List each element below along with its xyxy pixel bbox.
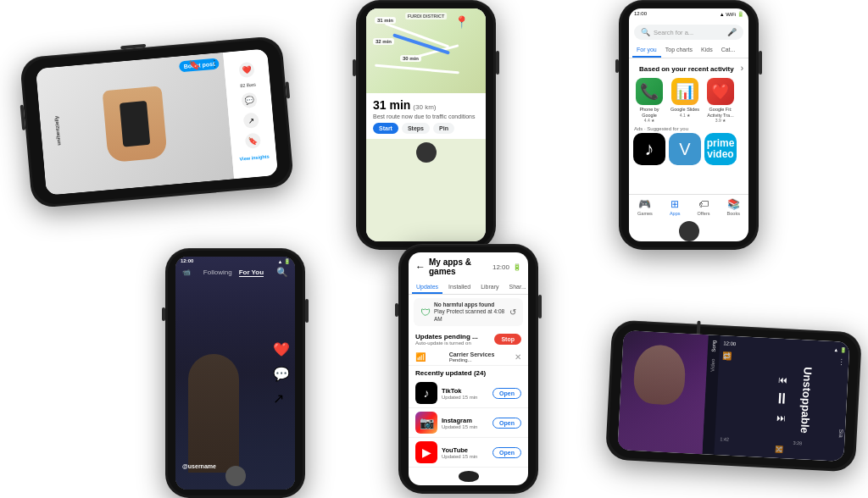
nav-games[interactable]: 🎮 Games	[637, 198, 653, 216]
heart-icon[interactable]: ❤️	[273, 340, 290, 357]
tab-video[interactable]: Video	[709, 359, 715, 373]
app-item-phone[interactable]: 📞 Phone by Google 4.4 ★	[634, 78, 665, 123]
slides-app-rating: 4.1 ★	[680, 113, 690, 118]
shield-icon: 🛡	[420, 307, 431, 318]
mic-icon[interactable]: 🎤	[727, 28, 737, 36]
maps-phone: 📍 31 min 32 min 30 min FURDI DISTRICT 31…	[356, 0, 496, 250]
tab-for-you[interactable]: For you	[632, 43, 661, 58]
instagram-name: Instagram	[442, 417, 492, 424]
stop-button[interactable]: Stop	[494, 334, 521, 345]
instagram-updated: Updated 15 min	[442, 424, 492, 429]
view-insights-link[interactable]: View insights	[236, 153, 273, 162]
tab-cat[interactable]: Cat...	[717, 43, 740, 58]
pin-button[interactable]: Pin	[433, 123, 454, 134]
close-icon[interactable]: ✕	[515, 352, 521, 362]
tiktok-app-row: ♪ TikTok Updated 15 min Open	[409, 379, 528, 408]
volume-button	[353, 59, 356, 76]
home-button[interactable]	[679, 221, 699, 241]
home-button[interactable]	[459, 471, 479, 482]
search-bar[interactable]: 🔍 Search for a... 🎤	[634, 25, 743, 40]
music-screen: Song Video 12:00 ▲ 🔋 Unstoppable Sia ⏮ ⏸	[617, 330, 849, 462]
volume-button	[20, 105, 26, 130]
comment-icon[interactable]: 💬	[273, 365, 290, 381]
tab-top-charts[interactable]: Top charts	[661, 43, 697, 58]
tab-library[interactable]: Library	[476, 281, 503, 294]
tab-updates[interactable]: Updates	[412, 281, 442, 294]
tab-song[interactable]: Song	[711, 340, 717, 352]
tab-following[interactable]: Following	[203, 268, 232, 277]
recommended-apps-row: 📞 Phone by Google 4.4 ★ 📊 Google Slides …	[629, 76, 748, 125]
carrier-status: Pending...	[449, 357, 495, 362]
app-item-tiktok[interactable]: ♪	[634, 133, 665, 165]
app-item-prime[interactable]: primevideo	[705, 133, 736, 165]
next-icon[interactable]: ⏭	[776, 412, 786, 423]
home-button[interactable]	[225, 466, 246, 486]
phone-app-rating: 4.4 ★	[644, 118, 654, 123]
nav-offers[interactable]: 🏷 Offers	[698, 198, 710, 216]
maps-time: 31 min	[373, 98, 410, 112]
tab-installed[interactable]: Installed	[444, 281, 475, 294]
fit-app-name: Google Fit: Activity Tra...	[705, 107, 736, 118]
status-bar: 12:00 ▲ 🔋	[723, 340, 846, 353]
power-button	[759, 51, 762, 75]
tiktok-icon: ♪	[415, 382, 437, 404]
fit-app-rating: 3.9 ★	[715, 118, 726, 123]
steps-button[interactable]: Steps	[402, 123, 430, 134]
tab-share[interactable]: Shar...	[505, 281, 528, 294]
prev-icon[interactable]: ⏮	[778, 374, 788, 385]
shuffle-icon[interactable]: 🔀	[775, 445, 783, 454]
top-button	[120, 44, 146, 50]
myapps-tabs: Updates Installed Library Shar...	[409, 281, 528, 295]
refresh-icon[interactable]: ↺	[509, 307, 516, 317]
album-art	[617, 330, 708, 454]
nav-books[interactable]: 📚 Books	[727, 198, 740, 216]
maps-distance: (30 km)	[413, 103, 436, 111]
total-time: 3:28	[793, 440, 802, 446]
fit-app-icon: ❤️	[707, 78, 734, 105]
tab-for-you[interactable]: For You	[239, 268, 264, 277]
map-pin: 📍	[454, 15, 469, 29]
app-item-fit[interactable]: ❤️ Google Fit: Activity Tra... 3.9 ★	[705, 78, 736, 123]
power-button	[305, 299, 309, 323]
play-protect-row: 🛡 No harmful apps found Play Protect sca…	[414, 298, 523, 326]
bottom-nav: 🎮 Games ⊞ Apps 🏷 Offers 📚 Books	[629, 194, 748, 218]
search-input[interactable]: Search for a...	[654, 29, 724, 36]
save-icon[interactable]: 🔖	[245, 132, 262, 149]
suggested-apps-row: ♪ V primevideo	[629, 131, 748, 167]
search-icon[interactable]: 🔍	[276, 267, 288, 278]
app-item-slides[interactable]: 📊 Google Slides 4.1 ★	[670, 78, 700, 123]
instagram-screen: Boost post 🔖 ⋮ ❤️ 82 likes 💬 ↗ 🔖 View in…	[36, 48, 278, 195]
youtube-updated: Updated 15 min	[442, 454, 492, 459]
instagram-phone: Boost post 🔖 ⋮ ❤️ 82 likes 💬 ↗ 🔖 View in…	[19, 36, 294, 208]
tiktok-screen: 12:00 ▲ 🔋 📹 Following For You 🔍 ❤️ 💬 ↗ @…	[175, 257, 295, 490]
comment-icon[interactable]: 💬	[241, 92, 258, 109]
home-button[interactable]	[416, 142, 437, 163]
phone-app-name: Phone by Google	[634, 107, 665, 118]
myapps-phone: ← My apps & games 12:00 🔋 Updates Instal…	[398, 244, 538, 494]
options-icon[interactable]: ⋮	[837, 357, 846, 366]
like-icon[interactable]: ❤️	[238, 62, 255, 79]
playstore-screen: 12:00 ▲ WiFi 🔋 🔍 Search for a... 🎤 For y…	[629, 8, 748, 241]
tiktok-name: TikTok	[442, 387, 492, 395]
youtube-open-button[interactable]: Open	[492, 447, 521, 458]
nav-apps[interactable]: ⊞ Apps	[670, 198, 681, 216]
share-icon[interactable]: ↗	[243, 113, 260, 130]
instagram-open-button[interactable]: Open	[492, 418, 521, 429]
repeat-icon[interactable]: 🔁	[722, 351, 732, 361]
start-button[interactable]: Start	[373, 123, 398, 134]
instagram-icon: 📷	[415, 412, 437, 434]
back-button[interactable]: ←	[415, 261, 426, 273]
carrier-services-row: 📶 Carrier Services Pending... ✕	[409, 349, 528, 366]
arrow-right-icon: ›	[741, 64, 743, 73]
tab-kids[interactable]: Kids	[697, 43, 717, 58]
song-title: Unstoppable	[798, 366, 815, 433]
protect-label: No harmful apps found	[434, 302, 506, 308]
tiktok-actions: ❤️ 💬 ↗	[273, 340, 290, 406]
likes-count: 82 likes	[240, 82, 256, 89]
play-pause-icon[interactable]: ⏸	[774, 390, 790, 408]
tiktok-open-button[interactable]: Open	[492, 388, 521, 399]
updates-pending-row: Updates pending ... Auto-update is turne…	[409, 329, 528, 349]
share-icon[interactable]: ↗	[273, 390, 290, 406]
map-time-label-3: 30 min	[400, 55, 421, 62]
app-item-venmo[interactable]: V	[670, 133, 700, 165]
